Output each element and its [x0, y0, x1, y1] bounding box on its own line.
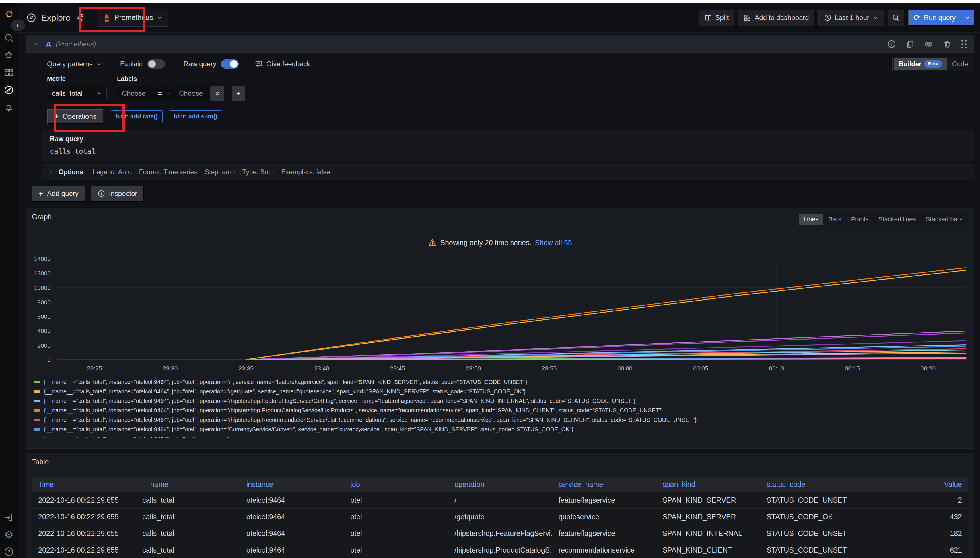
x-axis-tick: 23:50 [466, 365, 481, 372]
raw-query-toggle-group[interactable]: Raw query [183, 59, 239, 69]
table-column-header-__name__[interactable]: __name__ [136, 478, 240, 492]
options-collapsed-row[interactable]: Options Legend: AutoFormat: Time seriesS… [42, 164, 974, 181]
add-query-button[interactable]: + Add query [31, 185, 86, 202]
explore-compass-icon [26, 13, 36, 23]
legend-label: {__name__="calls_total", instance="otelc… [44, 379, 527, 386]
options-summary-item: Type: Both [242, 168, 274, 176]
x-axis-tick: 23:45 [390, 365, 405, 372]
query-editor-body: Query patterns Explain Raw query Give fe… [42, 57, 974, 181]
share-icon[interactable] [76, 13, 84, 22]
question-circle-icon[interactable]: ? [887, 40, 896, 48]
query-row-header[interactable]: A (Prometheus) ? [26, 35, 974, 53]
grafana-logo[interactable] [0, 7, 18, 22]
metric-select[interactable]: calls_total [47, 86, 107, 101]
alerting-bell-icon[interactable] [0, 100, 18, 115]
table-cell: otel [344, 525, 448, 542]
table-cell: 2022-10-16 00:22:29.655 [32, 542, 136, 558]
table-column-header-span_kind[interactable]: span_kind [656, 478, 760, 492]
series-line-6 [253, 345, 966, 360]
legend-item-2[interactable]: {__name__="calls_total", instance="otelc… [34, 387, 968, 396]
labels-label: Labels [117, 75, 245, 82]
time-range-picker[interactable]: Last 1 hour [819, 10, 884, 26]
add-operations-button[interactable]: + Operations [47, 109, 103, 124]
x-axis-tick: 23:30 [163, 365, 178, 372]
remove-label-filter-button[interactable]: × [210, 86, 224, 101]
graph-mode-stacked-bars[interactable]: Stacked bars [921, 214, 967, 225]
table-cell: otelcol:9464 [240, 525, 344, 542]
star-icon[interactable] [0, 48, 18, 62]
add-label-filter-button[interactable]: + [232, 86, 245, 101]
explore-compass-icon[interactable] [0, 82, 18, 97]
table-column-header-status_code[interactable]: status_code [760, 478, 864, 492]
graph-mode-bars[interactable]: Bars [824, 214, 846, 225]
options-label: Options [59, 168, 84, 176]
label-value-select[interactable]: Choose [174, 86, 210, 101]
explain-toggle-group[interactable]: Explain [120, 59, 165, 69]
chevron-down-icon[interactable] [33, 41, 39, 47]
x-axis-tick: 00:05 [693, 365, 708, 372]
datasource-name: Prometheus [115, 13, 153, 22]
legend-label: {__name__="calls_total", instance="otelc… [44, 434, 229, 438]
graph-mode-stacked-lines[interactable]: Stacked lines [874, 214, 921, 225]
table-column-header-job[interactable]: job [344, 478, 448, 492]
help-icon[interactable]: ? [0, 544, 18, 558]
table-column-header-operation[interactable]: operation [448, 478, 552, 492]
legend-color-swatch [34, 419, 40, 421]
gear-icon[interactable]: ⚙ [0, 527, 18, 542]
raw-query-label: Raw query [50, 135, 967, 143]
eye-icon[interactable] [924, 39, 933, 49]
table-column-header-value[interactable]: Value [864, 478, 968, 492]
trash-icon[interactable] [943, 40, 952, 48]
explain-toggle[interactable] [147, 59, 165, 69]
query-patterns-dropdown[interactable]: Query patterns [47, 60, 102, 68]
query-hint-button-2[interactable]: hint: add sum() [169, 110, 222, 122]
copy-icon[interactable] [906, 40, 914, 48]
raw-query-toggle[interactable] [221, 59, 239, 69]
labels-field: Labels Choose = Choose [117, 75, 245, 101]
sidebar: ⚙ ? [0, 3, 18, 558]
x-axis-tick: 00:00 [617, 365, 633, 372]
raw-query-preview: Raw query calls_total [42, 130, 974, 161]
x-axis-tick: 23:55 [542, 365, 557, 372]
split-button[interactable]: Split [699, 10, 735, 26]
legend-item-5[interactable]: {__name__="calls_total", instance="otelc… [34, 415, 968, 425]
label-operator-select[interactable]: = [153, 86, 174, 101]
table-cell: STATUS_CODE_UNSET [760, 542, 864, 558]
inspector-button[interactable]: Inspector [90, 185, 144, 202]
time-series-chart[interactable]: 23:2523:3023:3523:4023:4523:5023:5500:00… [32, 254, 968, 373]
legend-label: {__name__="calls_total", instance="otelc… [44, 407, 663, 414]
table-cell: calls_total [136, 509, 240, 525]
sidebar-expand-button[interactable]: › [11, 20, 25, 31]
label-name-select[interactable]: Choose [117, 86, 153, 101]
table-cell: SPAN_KIND_SERVER [656, 509, 760, 525]
zoom-out-button[interactable] [888, 10, 904, 26]
legend-item-3[interactable]: {__name__="calls_total", instance="otelc… [34, 396, 968, 406]
top-navbar: Explore Prometheus Split Add to dashboar… [18, 3, 980, 33]
give-feedback-link[interactable]: Give feedback [255, 60, 310, 68]
tab-code[interactable]: Code [947, 58, 973, 70]
legend-item-6[interactable]: {__name__="calls_total", instance="otelc… [34, 425, 968, 434]
datasource-picker[interactable]: Prometheus [97, 9, 168, 27]
run-query-button[interactable]: ⟳ Run query [908, 10, 974, 26]
table-column-header-service_name[interactable]: service_name [552, 478, 656, 492]
graph-mode-lines[interactable]: Lines [799, 214, 823, 225]
table-column-header-time[interactable]: Time [32, 478, 136, 492]
table-cell: /getquote [448, 509, 552, 525]
graph-mode-points[interactable]: Points [847, 214, 873, 225]
drag-grip-icon[interactable] [961, 40, 967, 49]
run-query-dropdown[interactable] [961, 13, 974, 23]
sync-icon: ⟳ [914, 14, 920, 22]
legend-item-4[interactable]: {__name__="calls_total", instance="otelc… [34, 406, 968, 415]
search-icon[interactable] [0, 30, 18, 45]
sign-in-icon[interactable] [0, 510, 18, 525]
x-axis-tick: 00:20 [921, 365, 936, 372]
x-axis-tick: 23:35 [238, 365, 253, 372]
table-column-header-instance[interactable]: instance [240, 478, 344, 492]
show-all-series-link[interactable]: Show all 55 [535, 239, 572, 247]
add-to-dashboard-button[interactable]: Add to dashboard [738, 10, 814, 26]
legend-item-1[interactable]: {__name__="calls_total", instance="otelc… [34, 377, 968, 387]
tab-builder[interactable]: Builder Beta [894, 58, 947, 70]
table-cell: STATUS_CODE_UNSET [760, 492, 864, 509]
query-hint-button-1[interactable]: hint: add rate() [111, 110, 163, 122]
dashboards-icon[interactable] [0, 65, 18, 80]
